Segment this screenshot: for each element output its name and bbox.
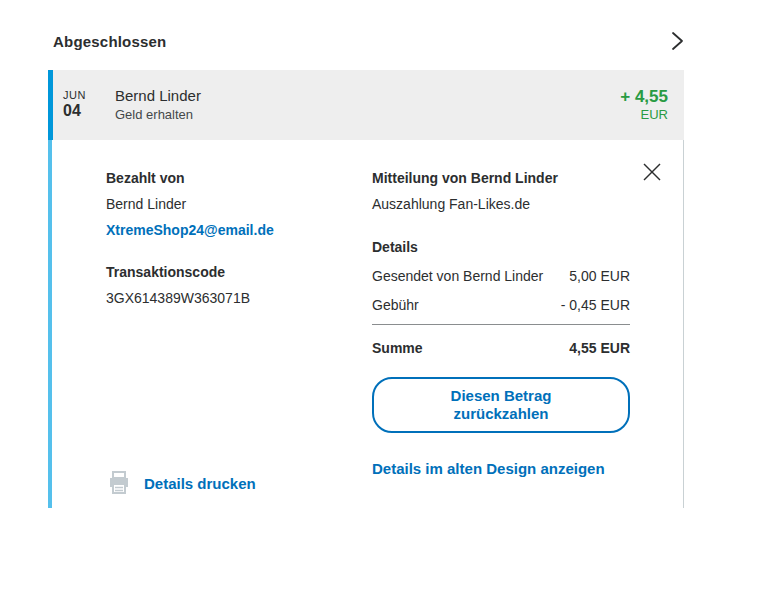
- transaction-date: JUN 04: [53, 89, 111, 120]
- transaction-code-label: Transaktionscode: [106, 264, 346, 280]
- old-design-link[interactable]: Details im alten Design anzeigen: [372, 460, 605, 477]
- breakdown-row-fee: Gebühr - 0,45 EUR: [372, 297, 630, 313]
- transaction-day: 04: [63, 102, 111, 120]
- paid-by-name: Bernd Linder: [106, 196, 346, 212]
- payer-column: Bezahlt von Bernd Linder XtremeShop24@em…: [106, 170, 346, 306]
- breakdown-row-sent: Gesendet von Bernd Linder 5,00 EUR: [372, 268, 630, 284]
- transaction-code-value: 3GX614389W363071B: [106, 290, 346, 306]
- payer-email-link[interactable]: XtremeShop24@email.de: [106, 222, 346, 238]
- breakdown-label: Details: [372, 239, 630, 255]
- transaction-detail-panel: Bezahlt von Bernd Linder XtremeShop24@em…: [48, 140, 684, 508]
- print-details-label: Details drucken: [144, 475, 256, 492]
- chevron-right-icon[interactable]: [670, 31, 684, 51]
- transaction-counterparty: Bernd Linder: [115, 85, 620, 107]
- status-title: Abgeschlossen: [53, 33, 166, 50]
- breakdown-row-value: 5,00 EUR: [569, 268, 630, 284]
- total-row: Summe 4,55 EUR: [372, 340, 630, 356]
- message-label: Mitteilung von Bernd Linder: [372, 170, 630, 186]
- breakdown-divider: [372, 324, 630, 325]
- transaction-main: Bernd Linder Geld erhalten: [111, 85, 620, 126]
- transaction-month: JUN: [63, 89, 111, 102]
- close-icon[interactable]: [643, 163, 661, 181]
- refund-button[interactable]: Diesen Betrag zurückzahlen: [372, 377, 630, 433]
- details-column: Mitteilung von Bernd Linder Auszahlung F…: [372, 170, 630, 478]
- printer-icon: [108, 471, 130, 495]
- paid-by-label: Bezahlt von: [106, 170, 346, 186]
- breakdown-row-value: - 0,45 EUR: [561, 297, 630, 313]
- transaction-amount-value: + 4,55: [620, 87, 668, 107]
- transaction-amount: + 4,55 EUR: [620, 87, 684, 123]
- transaction-type: Geld erhalten: [115, 106, 620, 125]
- breakdown-row-label: Gesendet von Bernd Linder: [372, 268, 543, 284]
- total-value: 4,55 EUR: [569, 340, 630, 356]
- transaction-amount-currency: EUR: [620, 107, 668, 123]
- total-label: Summe: [372, 340, 423, 356]
- print-details[interactable]: Details drucken: [108, 471, 256, 495]
- transaction-detail-page: Abgeschlossen JUN 04 Bernd Linder Geld e…: [0, 0, 768, 614]
- message-text: Auszahlung Fan-Likes.de: [372, 196, 630, 212]
- status-header: Abgeschlossen: [53, 31, 684, 51]
- transaction-row[interactable]: JUN 04 Bernd Linder Geld erhalten + 4,55…: [48, 70, 684, 140]
- breakdown-row-label: Gebühr: [372, 297, 419, 313]
